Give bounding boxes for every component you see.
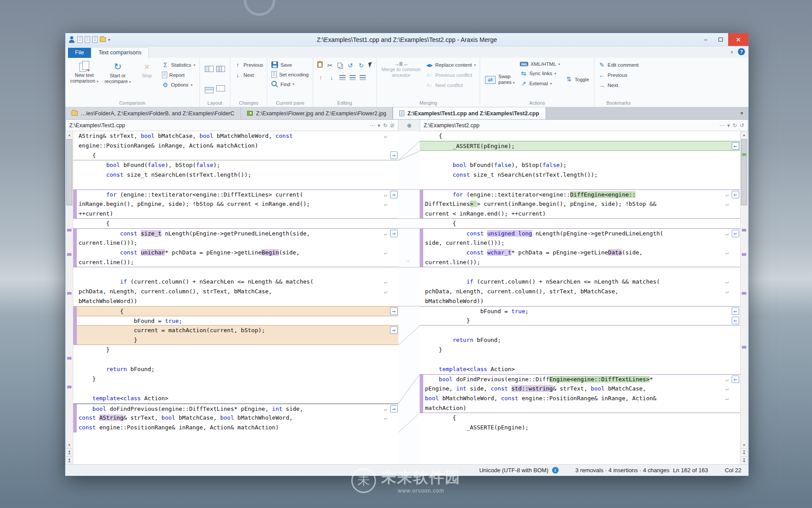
merge-right-button[interactable]: → (390, 405, 398, 413)
scroll-down-icon[interactable]: ▼ (66, 441, 73, 448)
editing-list-button-2[interactable] (350, 74, 356, 82)
next-bookmark-button[interactable]: →Next (597, 81, 640, 90)
merge-to-common-ancestor-button[interactable]: →← Merge to commonancestor (379, 59, 424, 99)
merge-right-button[interactable]: → (390, 230, 398, 237)
left-pin-bottom-button[interactable]: ↥ (66, 456, 73, 464)
doc-tab-text[interactable]: Z:\Examples\Test1.cpp and Z:\Examples\Te… (393, 107, 545, 119)
left-scrollbar[interactable]: ▲ ▼ ↥ ↥ (65, 131, 73, 464)
group-label-current-pane: Current pane (270, 99, 310, 107)
minimize-button[interactable]: – (698, 33, 713, 46)
code-line (73, 180, 398, 190)
qat-folder-icon[interactable] (100, 37, 106, 42)
previous-bookmark-button[interactable]: ←Previous (597, 71, 640, 80)
qat-dropdown-icon[interactable]: ▾ (108, 38, 110, 42)
swap-panes-button[interactable]: ⇄ Swappanes ▾ (482, 59, 517, 99)
merge-right-button[interactable]: → (390, 191, 398, 198)
merge-right-button[interactable]: → (390, 326, 398, 334)
encoding-status[interactable]: Unicode (UTF-8 with BOM) (479, 467, 549, 474)
file-tab[interactable]: File (68, 48, 91, 58)
left-scroll-track[interactable] (66, 138, 73, 441)
editing-list-button-1[interactable] (339, 74, 346, 82)
editing-list-button-3[interactable] (360, 74, 366, 82)
select-pointer-button[interactable] (369, 61, 372, 69)
merge-left-button[interactable]: ← (732, 307, 739, 315)
doc-tab-folders[interactable]: …les\FolderA, Z:\Examples\FolderB, and Z… (65, 107, 241, 119)
report-button[interactable]: Report (160, 71, 197, 79)
text-comparisons-tab[interactable]: Text comparisons (91, 47, 149, 58)
line-gutter (420, 364, 423, 374)
new-text-comparison-button[interactable]: + New textcomparison ▾ (68, 59, 101, 99)
previous-conflict-button[interactable]: A↑Previous conflict (424, 71, 477, 80)
right-scroll-track[interactable] (741, 138, 748, 441)
right-history-icon[interactable]: ↺ (740, 122, 744, 129)
next-change-button[interactable]: ↓Next (233, 71, 265, 80)
merge-left-button[interactable]: ← (732, 317, 739, 324)
ribbon-collapse-icon[interactable]: ∧ (730, 49, 733, 54)
layout-three-pane-button[interactable] (216, 65, 225, 73)
editing-move-up-button[interactable]: ↑ (317, 74, 324, 81)
xml-html-button[interactable]: XMLXML/HTML▾ (518, 61, 562, 68)
merge-left-button[interactable]: ← (732, 191, 739, 198)
redo-button[interactable]: ↻ (358, 62, 365, 69)
scroll-up-icon[interactable]: ▲ (741, 131, 748, 138)
left-code-pane[interactable]: AString& strText, bool bMatchCase, bool … (73, 131, 398, 464)
left-dropdown-icon[interactable]: ▾ (378, 122, 380, 129)
stop-button[interactable]: × Stop (135, 59, 159, 99)
doc-tab-images[interactable]: Z:\Examples\Flower.jpg and Z:\Examples\F… (241, 107, 393, 119)
code-line: engine::PositionRange& inRange, Action& … (73, 141, 398, 151)
left-more-icon[interactable]: ⋯ (370, 122, 375, 129)
left-pin-top-button[interactable]: ↥ (66, 448, 73, 456)
ribbon-group-actions: ⇄ Swappanes ▾ XMLXML/HTML▾ ⇆Sync links▾ … (480, 58, 594, 107)
layout-single-button[interactable] (216, 85, 225, 93)
close-button[interactable]: ✕ (728, 33, 748, 46)
right-pin-top-button[interactable]: ↧ (741, 448, 748, 456)
start-or-recompare-button[interactable]: ↻ Start orrecompare ▾ (102, 59, 134, 99)
editing-move-down-button[interactable]: ↓ (328, 74, 335, 81)
merge-left-button[interactable]: ← (732, 375, 739, 383)
statistics-button[interactable]: ΣStatistics▾ (160, 61, 197, 69)
code-line: const unsigned long nLength(pEngine->get… (420, 228, 740, 238)
qat-new-icon[interactable] (77, 36, 83, 43)
scroll-down-icon[interactable]: ▼ (741, 441, 748, 448)
maximize-button[interactable] (713, 33, 728, 46)
layout-rows-button[interactable] (205, 84, 214, 93)
undo-button[interactable]: ↺ (347, 62, 354, 69)
qat-open-icon[interactable] (85, 36, 90, 43)
toggle-button[interactable]: ⇅ Toggle (563, 59, 591, 99)
options-button[interactable]: ⚙Options▾ (160, 80, 197, 89)
copy-button[interactable] (338, 61, 343, 69)
right-dropdown-icon[interactable]: ▾ (727, 122, 730, 129)
edit-comment-button[interactable]: ✎Edit comment (597, 61, 640, 69)
line-gutter (420, 267, 423, 277)
merge-left-button[interactable]: ← (732, 230, 739, 237)
paste-button[interactable] (317, 61, 323, 69)
next-conflict-button[interactable]: A↓Next conflict (424, 81, 477, 90)
external-button[interactable]: ↗External▾ (518, 79, 562, 88)
code-line: current.line()); (420, 258, 740, 267)
right-more-icon[interactable]: ⋯ (719, 122, 725, 129)
sync-links-button[interactable]: ⇆Sync links▾ (518, 69, 562, 78)
save-button[interactable]: Save (270, 61, 310, 69)
right-scrollbar[interactable]: ▲ ▼ ↧ ↧ (740, 131, 748, 464)
cut-button[interactable]: ✂ (327, 62, 334, 69)
tab-list-dropdown-icon[interactable]: ▼ (735, 107, 748, 119)
previous-change-button[interactable]: ↑Previous (233, 61, 265, 69)
merge-right-button[interactable]: → (390, 152, 398, 159)
qat-save-icon[interactable] (92, 36, 98, 43)
merge-right-button[interactable]: → (390, 307, 398, 315)
right-code-pane[interactable]: { _ASSERTE(pEngine);← bool bFound(false)… (420, 131, 740, 464)
layout-two-pane-button[interactable] (205, 65, 214, 73)
replace-content-button[interactable]: ◀▶Replace content▾ (424, 61, 477, 69)
left-scroll-thumb[interactable] (66, 139, 72, 205)
scroll-up-icon[interactable]: ▲ (66, 131, 73, 138)
find-button[interactable]: Find▾ (270, 80, 310, 88)
right-reload-icon[interactable]: ↻ (733, 122, 737, 129)
set-encoding-button[interactable]: Set encoding (270, 70, 310, 79)
help-button[interactable]: ? (738, 48, 745, 55)
merge-left-button[interactable]: ← (732, 142, 739, 150)
left-lock-icon[interactable]: ⊘ (390, 122, 395, 129)
right-scroll-thumb[interactable] (741, 139, 747, 205)
info-icon[interactable]: i (552, 467, 559, 474)
right-pin-bottom-button[interactable]: ↧ (741, 456, 748, 464)
left-reload-icon[interactable]: ↻ (383, 122, 387, 129)
